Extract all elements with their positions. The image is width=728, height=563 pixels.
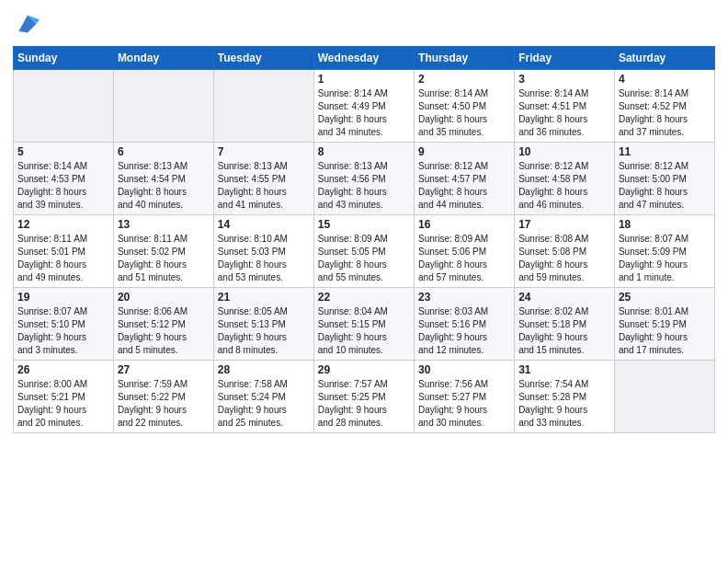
calendar-cell: 17Sunrise: 8:08 AM Sunset: 5:08 PM Dayli… xyxy=(515,215,615,288)
calendar-cell xyxy=(213,70,313,143)
calendar-cell: 31Sunrise: 7:54 AM Sunset: 5:28 PM Dayli… xyxy=(515,361,615,433)
calendar-cell: 23Sunrise: 8:03 AM Sunset: 5:16 PM Dayli… xyxy=(415,288,515,361)
day-number: 5 xyxy=(17,145,109,158)
day-info: Sunrise: 8:08 AM Sunset: 5:08 PM Dayligh… xyxy=(518,233,610,284)
day-info: Sunrise: 8:13 AM Sunset: 4:55 PM Dayligh… xyxy=(218,160,310,212)
day-info: Sunrise: 8:05 AM Sunset: 5:13 PM Dayligh… xyxy=(218,305,310,357)
page: SundayMondayTuesdayWednesdayThursdayFrid… xyxy=(0,0,728,442)
day-info: Sunrise: 7:54 AM Sunset: 5:28 PM Dayligh… xyxy=(518,378,610,430)
day-number: 15 xyxy=(318,218,410,231)
calendar-cell: 18Sunrise: 8:07 AM Sunset: 5:09 PM Dayli… xyxy=(614,215,714,288)
calendar-cell: 12Sunrise: 8:11 AM Sunset: 5:01 PM Dayli… xyxy=(14,215,114,288)
day-number: 25 xyxy=(619,291,711,304)
calendar-cell: 27Sunrise: 7:59 AM Sunset: 5:22 PM Dayli… xyxy=(113,361,213,433)
calendar-cell: 24Sunrise: 8:02 AM Sunset: 5:18 PM Dayli… xyxy=(515,288,615,361)
day-info: Sunrise: 8:12 AM Sunset: 4:57 PM Dayligh… xyxy=(418,160,510,212)
logo xyxy=(13,9,44,39)
day-number: 14 xyxy=(218,218,310,231)
calendar-cell: 16Sunrise: 8:09 AM Sunset: 5:06 PM Dayli… xyxy=(415,215,515,288)
day-number: 4 xyxy=(619,73,711,86)
day-info: Sunrise: 8:11 AM Sunset: 5:02 PM Dayligh… xyxy=(118,233,210,284)
weekday-header-friday: Friday xyxy=(515,47,615,70)
day-number: 1 xyxy=(318,73,410,86)
calendar-cell: 6Sunrise: 8:13 AM Sunset: 4:54 PM Daylig… xyxy=(113,143,213,215)
day-number: 6 xyxy=(118,145,210,158)
day-info: Sunrise: 8:14 AM Sunset: 4:53 PM Dayligh… xyxy=(17,160,109,212)
calendar-cell: 19Sunrise: 8:07 AM Sunset: 5:10 PM Dayli… xyxy=(14,288,114,361)
calendar-table: SundayMondayTuesdayWednesdayThursdayFrid… xyxy=(13,46,715,433)
day-number: 8 xyxy=(318,145,410,158)
day-info: Sunrise: 7:56 AM Sunset: 5:27 PM Dayligh… xyxy=(418,378,510,430)
day-number: 19 xyxy=(17,291,109,304)
day-number: 2 xyxy=(418,73,510,86)
calendar-cell xyxy=(113,70,213,143)
calendar-cell: 8Sunrise: 8:13 AM Sunset: 4:56 PM Daylig… xyxy=(313,143,414,215)
day-number: 24 xyxy=(518,291,610,304)
day-number: 28 xyxy=(218,363,310,376)
day-info: Sunrise: 8:04 AM Sunset: 5:15 PM Dayligh… xyxy=(318,305,410,357)
day-info: Sunrise: 8:13 AM Sunset: 4:56 PM Dayligh… xyxy=(318,160,410,212)
weekday-header-saturday: Saturday xyxy=(614,47,714,70)
calendar-cell: 5Sunrise: 8:14 AM Sunset: 4:53 PM Daylig… xyxy=(14,143,114,215)
week-row-1: 1Sunrise: 8:14 AM Sunset: 4:49 PM Daylig… xyxy=(14,70,715,143)
calendar-cell: 29Sunrise: 7:57 AM Sunset: 5:25 PM Dayli… xyxy=(313,361,414,433)
calendar-cell: 7Sunrise: 8:13 AM Sunset: 4:55 PM Daylig… xyxy=(213,143,313,215)
day-number: 9 xyxy=(418,145,510,158)
calendar-cell: 30Sunrise: 7:56 AM Sunset: 5:27 PM Dayli… xyxy=(415,361,515,433)
day-info: Sunrise: 8:00 AM Sunset: 5:21 PM Dayligh… xyxy=(17,378,109,430)
weekday-header-sunday: Sunday xyxy=(14,47,114,70)
weekday-header-tuesday: Tuesday xyxy=(213,47,313,70)
day-number: 29 xyxy=(318,363,410,376)
calendar-cell: 25Sunrise: 8:01 AM Sunset: 5:19 PM Dayli… xyxy=(614,288,714,361)
day-info: Sunrise: 8:14 AM Sunset: 4:51 PM Dayligh… xyxy=(518,87,610,139)
calendar-cell: 9Sunrise: 8:12 AM Sunset: 4:57 PM Daylig… xyxy=(415,143,515,215)
calendar-cell: 20Sunrise: 8:06 AM Sunset: 5:12 PM Dayli… xyxy=(113,288,213,361)
header xyxy=(13,9,715,39)
day-info: Sunrise: 7:58 AM Sunset: 5:24 PM Dayligh… xyxy=(218,378,310,430)
calendar-cell: 14Sunrise: 8:10 AM Sunset: 5:03 PM Dayli… xyxy=(213,215,313,288)
day-info: Sunrise: 8:03 AM Sunset: 5:16 PM Dayligh… xyxy=(418,305,510,357)
calendar-cell: 4Sunrise: 8:14 AM Sunset: 4:52 PM Daylig… xyxy=(614,70,714,143)
day-info: Sunrise: 8:02 AM Sunset: 5:18 PM Dayligh… xyxy=(518,305,610,357)
day-info: Sunrise: 8:07 AM Sunset: 5:10 PM Dayligh… xyxy=(17,305,109,357)
calendar-cell: 11Sunrise: 8:12 AM Sunset: 5:00 PM Dayli… xyxy=(614,143,714,215)
day-info: Sunrise: 8:14 AM Sunset: 4:49 PM Dayligh… xyxy=(318,87,410,139)
day-number: 26 xyxy=(17,363,109,376)
week-row-5: 26Sunrise: 8:00 AM Sunset: 5:21 PM Dayli… xyxy=(14,361,715,433)
calendar-cell: 3Sunrise: 8:14 AM Sunset: 4:51 PM Daylig… xyxy=(515,70,615,143)
day-number: 23 xyxy=(418,291,510,304)
calendar-cell: 28Sunrise: 7:58 AM Sunset: 5:24 PM Dayli… xyxy=(213,361,313,433)
day-number: 10 xyxy=(518,145,610,158)
calendar-cell: 26Sunrise: 8:00 AM Sunset: 5:21 PM Dayli… xyxy=(14,361,114,433)
day-info: Sunrise: 8:07 AM Sunset: 5:09 PM Dayligh… xyxy=(619,233,711,284)
day-number: 21 xyxy=(218,291,310,304)
day-info: Sunrise: 8:12 AM Sunset: 4:58 PM Dayligh… xyxy=(518,160,610,212)
day-number: 13 xyxy=(118,218,210,231)
calendar-cell: 1Sunrise: 8:14 AM Sunset: 4:49 PM Daylig… xyxy=(313,70,414,143)
calendar-cell: 2Sunrise: 8:14 AM Sunset: 4:50 PM Daylig… xyxy=(415,70,515,143)
calendar-cell: 10Sunrise: 8:12 AM Sunset: 4:58 PM Dayli… xyxy=(515,143,615,215)
day-number: 3 xyxy=(518,73,610,86)
day-number: 18 xyxy=(619,218,711,231)
calendar-cell: 15Sunrise: 8:09 AM Sunset: 5:05 PM Dayli… xyxy=(313,215,414,288)
day-number: 20 xyxy=(118,291,210,304)
day-info: Sunrise: 8:09 AM Sunset: 5:06 PM Dayligh… xyxy=(418,233,510,284)
week-row-2: 5Sunrise: 8:14 AM Sunset: 4:53 PM Daylig… xyxy=(14,143,715,215)
day-number: 30 xyxy=(418,363,510,376)
day-number: 11 xyxy=(619,145,711,158)
week-row-3: 12Sunrise: 8:11 AM Sunset: 5:01 PM Dayli… xyxy=(14,215,715,288)
day-info: Sunrise: 8:10 AM Sunset: 5:03 PM Dayligh… xyxy=(218,233,310,284)
weekday-header-thursday: Thursday xyxy=(415,47,515,70)
logo-icon xyxy=(13,9,42,39)
day-info: Sunrise: 8:09 AM Sunset: 5:05 PM Dayligh… xyxy=(318,233,410,284)
day-info: Sunrise: 8:14 AM Sunset: 4:52 PM Dayligh… xyxy=(619,87,711,139)
weekday-header-row: SundayMondayTuesdayWednesdayThursdayFrid… xyxy=(14,47,715,70)
day-info: Sunrise: 8:01 AM Sunset: 5:19 PM Dayligh… xyxy=(619,305,711,357)
weekday-header-monday: Monday xyxy=(113,47,213,70)
day-info: Sunrise: 8:12 AM Sunset: 5:00 PM Dayligh… xyxy=(619,160,711,212)
day-number: 7 xyxy=(218,145,310,158)
day-number: 31 xyxy=(518,363,610,376)
calendar-cell: 22Sunrise: 8:04 AM Sunset: 5:15 PM Dayli… xyxy=(313,288,414,361)
day-info: Sunrise: 7:57 AM Sunset: 5:25 PM Dayligh… xyxy=(318,378,410,430)
calendar-cell xyxy=(14,70,114,143)
